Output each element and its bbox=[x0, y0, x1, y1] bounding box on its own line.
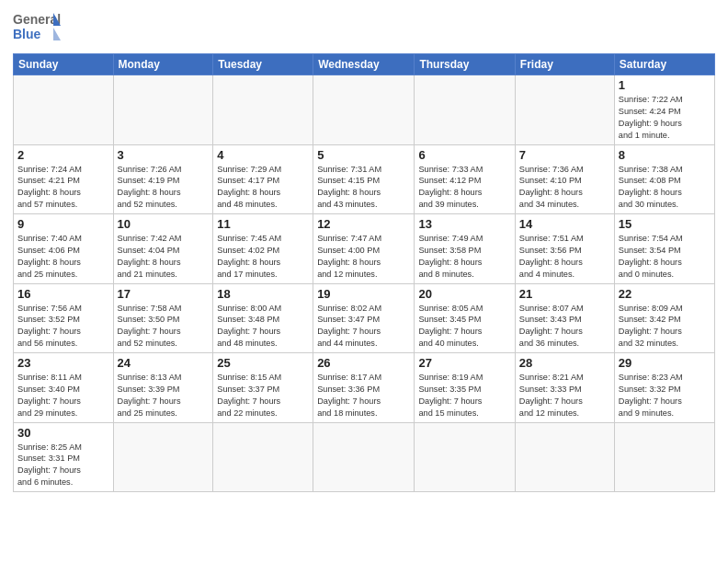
day-info: Sunrise: 8:21 AM Sunset: 3:33 PM Dayligh… bbox=[519, 372, 610, 419]
calendar-day-cell: 10Sunrise: 7:42 AM Sunset: 4:04 PM Dayli… bbox=[113, 214, 213, 284]
day-info: Sunrise: 8:25 AM Sunset: 3:31 PM Dayligh… bbox=[17, 442, 109, 489]
day-info: Sunrise: 7:49 AM Sunset: 3:58 PM Dayligh… bbox=[418, 233, 510, 281]
day-info: Sunrise: 7:47 AM Sunset: 4:00 PM Dayligh… bbox=[317, 233, 410, 281]
calendar-day-cell bbox=[515, 422, 614, 492]
calendar-day-cell: 11Sunrise: 7:45 AM Sunset: 4:02 PM Dayli… bbox=[213, 214, 313, 284]
calendar-day-cell: 16Sunrise: 7:56 AM Sunset: 3:52 PM Dayli… bbox=[14, 283, 114, 353]
calendar-day-cell: 8Sunrise: 7:38 AM Sunset: 4:08 PM Daylig… bbox=[614, 144, 714, 214]
day-number: 30 bbox=[17, 426, 109, 440]
day-info: Sunrise: 8:13 AM Sunset: 3:39 PM Dayligh… bbox=[118, 372, 210, 419]
day-info: Sunrise: 8:17 AM Sunset: 3:36 PM Dayligh… bbox=[317, 372, 410, 419]
day-info: Sunrise: 7:45 AM Sunset: 4:02 PM Dayligh… bbox=[217, 233, 309, 281]
calendar-day-cell bbox=[213, 422, 313, 492]
calendar-day-cell: 24Sunrise: 8:13 AM Sunset: 3:39 PM Dayli… bbox=[113, 353, 213, 423]
calendar-header-row: SundayMondayTuesdayWednesdayThursdayFrid… bbox=[14, 54, 715, 75]
calendar-day-cell: 1Sunrise: 7:22 AM Sunset: 4:24 PM Daylig… bbox=[614, 75, 714, 145]
day-info: Sunrise: 7:58 AM Sunset: 3:50 PM Dayligh… bbox=[118, 303, 210, 350]
calendar-header-wednesday: Wednesday bbox=[313, 54, 415, 75]
day-info: Sunrise: 8:11 AM Sunset: 3:40 PM Dayligh… bbox=[17, 372, 109, 419]
calendar-day-cell: 12Sunrise: 7:47 AM Sunset: 4:00 PM Dayli… bbox=[313, 214, 415, 284]
calendar-day-cell: 18Sunrise: 8:00 AM Sunset: 3:48 PM Dayli… bbox=[213, 283, 313, 353]
day-number: 3 bbox=[118, 148, 210, 162]
day-number: 21 bbox=[519, 287, 610, 301]
calendar-day-cell: 26Sunrise: 8:17 AM Sunset: 3:36 PM Dayli… bbox=[313, 353, 415, 423]
calendar-week-row: 2Sunrise: 7:24 AM Sunset: 4:21 PM Daylig… bbox=[14, 144, 715, 214]
calendar-week-row: 30Sunrise: 8:25 AM Sunset: 3:31 PM Dayli… bbox=[14, 422, 715, 492]
day-info: Sunrise: 8:19 AM Sunset: 3:35 PM Dayligh… bbox=[418, 372, 510, 419]
day-info: Sunrise: 8:00 AM Sunset: 3:48 PM Dayligh… bbox=[217, 303, 309, 350]
day-info: Sunrise: 7:33 AM Sunset: 4:12 PM Dayligh… bbox=[418, 164, 510, 212]
calendar-week-row: 16Sunrise: 7:56 AM Sunset: 3:52 PM Dayli… bbox=[14, 283, 715, 353]
day-number: 14 bbox=[519, 217, 610, 231]
day-number: 4 bbox=[217, 148, 309, 162]
day-number: 15 bbox=[619, 217, 711, 231]
calendar-day-cell: 19Sunrise: 8:02 AM Sunset: 3:47 PM Dayli… bbox=[313, 283, 415, 353]
calendar-day-cell: 2Sunrise: 7:24 AM Sunset: 4:21 PM Daylig… bbox=[14, 144, 114, 214]
calendar-day-cell bbox=[415, 75, 515, 145]
day-number: 16 bbox=[17, 287, 109, 301]
calendar-day-cell: 17Sunrise: 7:58 AM Sunset: 3:50 PM Dayli… bbox=[113, 283, 213, 353]
logo: General Blue bbox=[13, 9, 61, 48]
svg-marker-3 bbox=[53, 28, 61, 40]
day-info: Sunrise: 8:15 AM Sunset: 3:37 PM Dayligh… bbox=[217, 372, 309, 419]
calendar-day-cell bbox=[113, 422, 213, 492]
day-number: 23 bbox=[17, 356, 109, 370]
calendar-day-cell: 4Sunrise: 7:29 AM Sunset: 4:17 PM Daylig… bbox=[213, 144, 313, 214]
day-info: Sunrise: 8:07 AM Sunset: 3:43 PM Dayligh… bbox=[519, 303, 610, 350]
day-number: 2 bbox=[17, 148, 109, 162]
calendar-day-cell bbox=[614, 422, 714, 492]
day-info: Sunrise: 8:05 AM Sunset: 3:45 PM Dayligh… bbox=[418, 303, 510, 350]
generalblue-logo-icon: General Blue bbox=[13, 9, 61, 48]
calendar-week-row: 9Sunrise: 7:40 AM Sunset: 4:06 PM Daylig… bbox=[14, 214, 715, 284]
calendar-day-cell bbox=[213, 75, 313, 145]
calendar-day-cell: 25Sunrise: 8:15 AM Sunset: 3:37 PM Dayli… bbox=[213, 353, 313, 423]
day-number: 13 bbox=[418, 217, 510, 231]
day-number: 18 bbox=[217, 287, 309, 301]
calendar-header-monday: Monday bbox=[113, 54, 213, 75]
calendar-day-cell: 27Sunrise: 8:19 AM Sunset: 3:35 PM Dayli… bbox=[415, 353, 515, 423]
day-number: 6 bbox=[418, 148, 510, 162]
day-number: 12 bbox=[317, 217, 410, 231]
day-number: 27 bbox=[418, 356, 510, 370]
calendar-header-sunday: Sunday bbox=[14, 54, 114, 75]
svg-text:Blue: Blue bbox=[13, 27, 41, 41]
day-number: 20 bbox=[418, 287, 510, 301]
day-number: 9 bbox=[17, 217, 109, 231]
day-number: 17 bbox=[118, 287, 210, 301]
calendar-day-cell: 7Sunrise: 7:36 AM Sunset: 4:10 PM Daylig… bbox=[515, 144, 614, 214]
calendar-day-cell: 9Sunrise: 7:40 AM Sunset: 4:06 PM Daylig… bbox=[14, 214, 114, 284]
calendar-day-cell: 6Sunrise: 7:33 AM Sunset: 4:12 PM Daylig… bbox=[415, 144, 515, 214]
day-info: Sunrise: 7:56 AM Sunset: 3:52 PM Dayligh… bbox=[17, 303, 109, 350]
calendar-header-thursday: Thursday bbox=[415, 54, 515, 75]
day-info: Sunrise: 7:26 AM Sunset: 4:19 PM Dayligh… bbox=[118, 164, 210, 212]
calendar-day-cell: 3Sunrise: 7:26 AM Sunset: 4:19 PM Daylig… bbox=[113, 144, 213, 214]
calendar-day-cell: 30Sunrise: 8:25 AM Sunset: 3:31 PM Dayli… bbox=[14, 422, 114, 492]
calendar-day-cell bbox=[313, 422, 415, 492]
calendar-header-saturday: Saturday bbox=[614, 54, 714, 75]
calendar-day-cell bbox=[515, 75, 614, 145]
day-number: 19 bbox=[317, 287, 410, 301]
calendar-day-cell: 13Sunrise: 7:49 AM Sunset: 3:58 PM Dayli… bbox=[415, 214, 515, 284]
calendar-day-cell: 14Sunrise: 7:51 AM Sunset: 3:56 PM Dayli… bbox=[515, 214, 614, 284]
day-info: Sunrise: 7:36 AM Sunset: 4:10 PM Dayligh… bbox=[519, 164, 610, 212]
calendar-day-cell: 5Sunrise: 7:31 AM Sunset: 4:15 PM Daylig… bbox=[313, 144, 415, 214]
day-number: 28 bbox=[519, 356, 610, 370]
day-info: Sunrise: 8:02 AM Sunset: 3:47 PM Dayligh… bbox=[317, 303, 410, 350]
header: General Blue bbox=[13, 9, 715, 48]
calendar-week-row: 23Sunrise: 8:11 AM Sunset: 3:40 PM Dayli… bbox=[14, 353, 715, 423]
calendar-header-friday: Friday bbox=[515, 54, 614, 75]
calendar-day-cell bbox=[14, 75, 114, 145]
calendar-day-cell bbox=[415, 422, 515, 492]
day-number: 5 bbox=[317, 148, 410, 162]
calendar-day-cell bbox=[313, 75, 415, 145]
calendar-day-cell: 23Sunrise: 8:11 AM Sunset: 3:40 PM Dayli… bbox=[14, 353, 114, 423]
day-info: Sunrise: 8:09 AM Sunset: 3:42 PM Dayligh… bbox=[619, 303, 711, 350]
day-info: Sunrise: 7:29 AM Sunset: 4:17 PM Dayligh… bbox=[217, 164, 309, 212]
day-info: Sunrise: 7:51 AM Sunset: 3:56 PM Dayligh… bbox=[519, 233, 610, 281]
calendar-header-tuesday: Tuesday bbox=[213, 54, 313, 75]
day-info: Sunrise: 7:38 AM Sunset: 4:08 PM Dayligh… bbox=[619, 164, 711, 212]
day-number: 10 bbox=[118, 217, 210, 231]
day-number: 29 bbox=[619, 356, 711, 370]
calendar-day-cell: 20Sunrise: 8:05 AM Sunset: 3:45 PM Dayli… bbox=[415, 283, 515, 353]
day-number: 25 bbox=[217, 356, 309, 370]
